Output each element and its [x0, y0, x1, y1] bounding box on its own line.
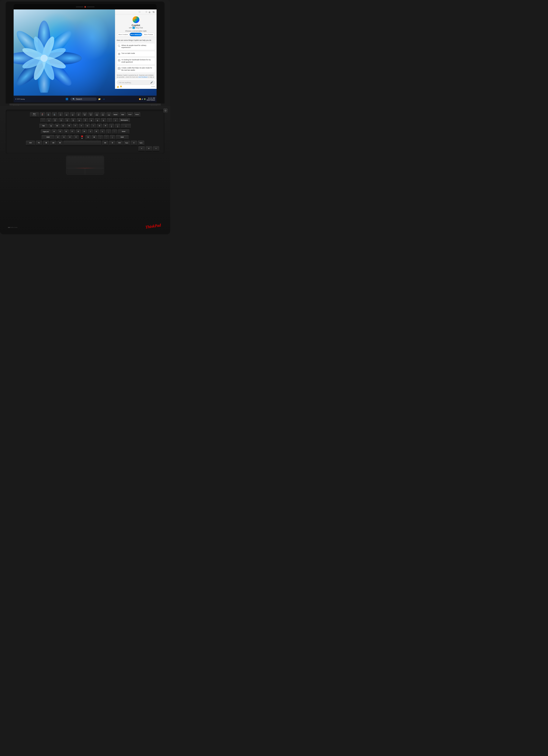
key-arrow-up[interactable]: ∧: [131, 141, 137, 146]
key-r[interactable]: R: [67, 124, 72, 129]
key-m[interactable]: M: [91, 135, 97, 140]
key-w[interactable]: W: [54, 124, 60, 129]
key-esc[interactable]: EscFnLock: [30, 112, 39, 117]
trackpoint[interactable]: [81, 136, 83, 137]
key-arrow-right[interactable]: >: [153, 146, 159, 151]
style-balanced[interactable]: More Balanced: [130, 33, 142, 36]
history-icon[interactable]: ↺: [152, 11, 155, 14]
key-f12[interactable]: ☆F12: [106, 112, 111, 117]
key-alt-right[interactable]: Alt: [102, 141, 108, 146]
key-home[interactable]: Home: [112, 112, 119, 117]
key-i[interactable]: I: [91, 124, 96, 129]
key-f9[interactable]: PrtScF9: [88, 112, 93, 117]
key-z[interactable]: Z: [55, 135, 60, 140]
key-c[interactable]: C: [67, 135, 73, 140]
key-end[interactable]: End: [119, 112, 126, 117]
key-insert[interactable]: Insert: [127, 112, 133, 117]
key-q[interactable]: Q: [48, 124, 54, 129]
key-slash[interactable]: ?/: [110, 135, 115, 140]
key-j[interactable]: J: [88, 129, 93, 134]
key-x[interactable]: X: [61, 135, 67, 140]
key-d[interactable]: D: [63, 129, 69, 134]
key-g[interactable]: G: [76, 129, 81, 134]
key-backslash[interactable]: |\: [121, 124, 131, 129]
key-f1[interactable]: 🔇F1: [40, 112, 45, 117]
key-9[interactable]: (9: [95, 118, 100, 123]
key-windows[interactable]: ⊞: [43, 141, 49, 146]
key-n[interactable]: N: [85, 135, 91, 140]
battery-icon[interactable]: 🔋: [144, 98, 146, 100]
key-enter[interactable]: Enter: [118, 129, 129, 134]
key-v[interactable]: V: [73, 135, 79, 140]
key-bracket-close[interactable]: }]: [115, 124, 120, 129]
key-f8[interactable]: ModeF8: [82, 112, 87, 117]
key-ctrl-right[interactable]: Ctrl: [116, 141, 123, 146]
style-precise[interactable]: More Precise: [142, 33, 155, 36]
key-f3[interactable]: 🔉F3: [52, 112, 57, 117]
key-0[interactable]: )0: [101, 118, 106, 123]
copilot-input-container[interactable]: Ask me anything... 🎤: [117, 80, 155, 85]
key-ctrl-left[interactable]: Ctrl: [26, 141, 35, 146]
thumbsdown-icon[interactable]: 👎: [120, 86, 122, 88]
key-comma[interactable]: <,: [98, 135, 103, 140]
key-h[interactable]: H: [82, 129, 87, 134]
key-semicolon[interactable]: :;: [106, 129, 111, 134]
power-button[interactable]: ⏻: [163, 108, 167, 113]
start-button[interactable]: [64, 96, 70, 102]
key-minus[interactable]: —-: [107, 118, 112, 123]
key-t[interactable]: T: [73, 124, 78, 129]
key-gesture[interactable]: ☀: [57, 141, 63, 146]
key-fn[interactable]: Fn: [36, 141, 42, 146]
network-icon[interactable]: 📶: [139, 98, 141, 100]
minimize-button[interactable]: —: [136, 9, 143, 14]
key-1[interactable]: !1: [46, 118, 52, 123]
suggestion-culinary[interactable]: Where do people travel for culinary expe…: [117, 43, 155, 50]
taskbar-search[interactable]: 🔍 Search: [70, 98, 97, 101]
taskbar-edge[interactable]: e: [102, 97, 106, 101]
key-tab[interactable]: Tab: [39, 124, 48, 129]
key-2[interactable]: @2: [52, 118, 58, 123]
touchpad[interactable]: [66, 156, 104, 175]
key-arrow-down[interactable]: ∨: [146, 146, 152, 151]
key-bracket-open[interactable]: {[: [109, 124, 114, 129]
key-6[interactable]: ^6: [77, 118, 82, 123]
touchpad-left-button[interactable]: [66, 168, 85, 174]
key-p[interactable]: P: [103, 124, 108, 129]
key-arrow-left[interactable]: <: [138, 146, 145, 151]
key-space[interactable]: [63, 141, 101, 146]
key-alt-left[interactable]: Alt: [50, 141, 57, 146]
key-f11[interactable]: ⊟F11: [100, 112, 105, 117]
thumbsup-icon[interactable]: 👍: [117, 86, 119, 88]
key-u[interactable]: U: [85, 124, 90, 129]
mic-icon[interactable]: 🎤: [150, 81, 153, 84]
key-y[interactable]: Y: [79, 124, 84, 129]
key-quote[interactable]: "': [112, 129, 117, 134]
key-backtick[interactable]: ~`: [40, 118, 46, 123]
key-a[interactable]: A: [51, 129, 57, 134]
key-8[interactable]: *8: [89, 118, 94, 123]
clock[interactable]: 11:11 AM 10/27/2023: [146, 97, 155, 101]
key-f4[interactable]: ✕F4: [58, 112, 63, 117]
key-7[interactable]: &7: [83, 118, 88, 123]
key-5[interactable]: %5: [70, 118, 76, 123]
touchpad-right-button[interactable]: [85, 168, 104, 174]
style-creative[interactable]: More Creative: [117, 33, 129, 36]
suggestion-darkmode[interactable]: Turn on dark mode: [117, 51, 155, 57]
key-k[interactable]: K: [94, 129, 99, 134]
key-copilot[interactable]: ⊙: [109, 141, 115, 146]
key-l[interactable]: L: [100, 129, 105, 134]
key-backspace[interactable]: Backspace: [119, 118, 130, 123]
key-f2[interactable]: 🔈F2: [46, 112, 51, 117]
suggestion-furniture[interactable]: I'm looking for handmade furniture for m…: [117, 57, 155, 65]
key-delete[interactable]: Delete: [134, 112, 140, 117]
suggestion-meals[interactable]: Create a table that helps me plan meals …: [117, 66, 155, 73]
key-shift-left[interactable]: Shift: [42, 135, 54, 140]
volume-icon[interactable]: 🔊: [141, 98, 143, 100]
key-f10[interactable]: ⊡F10: [94, 112, 99, 117]
key-4[interactable]: $4: [64, 118, 70, 123]
key-o[interactable]: O: [97, 124, 102, 129]
key-s[interactable]: S: [57, 129, 63, 134]
settings-icon[interactable]: ⚙: [148, 11, 151, 14]
key-shift-right[interactable]: Shift: [116, 135, 129, 140]
key-f5[interactable]: ☼F5: [64, 112, 69, 117]
